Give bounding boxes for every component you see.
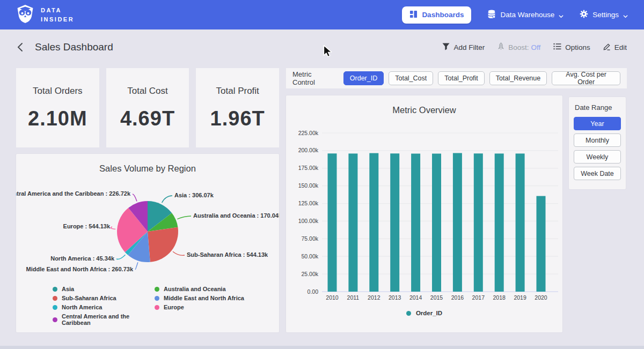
legend-dot — [53, 287, 57, 292]
kpi-label: Total Profit — [216, 86, 259, 96]
x-tick-label: 2019 — [514, 294, 526, 301]
nav-settings-menu[interactable]: Settings — [580, 10, 628, 20]
pie-callout-line — [135, 262, 138, 270]
boost-state: Off — [531, 43, 540, 51]
date-range-option-weekly[interactable]: Weekly — [574, 150, 621, 164]
kpi-value: 2.10M — [28, 107, 87, 130]
y-tick-label: 75.00k — [301, 235, 318, 242]
bar-chart-title: Metric Overview — [286, 95, 562, 115]
x-tick-label: 2012 — [368, 294, 380, 301]
bar-2018[interactable] — [495, 153, 504, 292]
back-button[interactable] — [17, 42, 23, 52]
bar-2013[interactable] — [390, 153, 399, 292]
pie-slice-label: Europe : 544.13k — [63, 223, 111, 229]
legend-label: Europe — [164, 304, 184, 310]
edit-button[interactable]: Edit — [603, 43, 627, 52]
metric-control-bar: Metric Control Order_IDTotal_CostTotal_P… — [286, 68, 627, 88]
pie-slice-label: Australia and Oceania : 170.04k — [193, 212, 279, 219]
pie-slice-label: Central America and the Caribbean : 226.… — [16, 190, 131, 197]
pie-callout-line — [116, 255, 126, 259]
kpi-value: 4.69T — [120, 107, 175, 130]
pie-callout-line — [133, 194, 137, 201]
legend-item-asia[interactable]: Asia — [53, 286, 155, 292]
x-tick-label: 2016 — [451, 294, 464, 301]
pie-chart[interactable]: Asia : 306.07kAustralia and Oceania : 17… — [16, 180, 279, 283]
filter-icon — [442, 43, 450, 52]
bar-2011[interactable] — [348, 153, 357, 292]
x-tick-label: 2018 — [493, 294, 506, 301]
bar-2014[interactable] — [411, 154, 420, 292]
metric-option-total-cost[interactable]: Total_Cost — [389, 71, 433, 85]
boost-toggle[interactable]: Boost: Off — [497, 42, 540, 52]
kpi-card-total-orders[interactable]: Total Orders2.10M — [16, 68, 99, 147]
bar-2015[interactable] — [432, 154, 441, 292]
gear-icon — [580, 10, 588, 20]
legend-dot — [406, 311, 411, 316]
bar-legend: Order_ID — [286, 310, 562, 316]
date-range-option-week-date[interactable]: Week Date — [574, 167, 621, 180]
legend-item-australia-and-oceania[interactable]: Australia and Oceania — [155, 286, 244, 292]
x-tick-label: 2015 — [430, 294, 443, 301]
y-tick-label: 100.00k — [298, 218, 319, 224]
pie-slice-label: Sub-Saharan Africa : 544.13k — [187, 251, 268, 258]
legend-label: Middle East and North Africa — [164, 295, 244, 301]
x-tick-label: 2020 — [535, 294, 547, 301]
brand-logo[interactable]: DATA INSIDER — [16, 4, 74, 26]
page-title: Sales Dashboard — [35, 41, 113, 53]
date-range-option-monthly[interactable]: Monthly — [574, 133, 621, 147]
dashboard-grid-icon — [409, 10, 418, 20]
legend-item-north-america[interactable]: North America — [53, 304, 155, 310]
date-range-option-year[interactable]: Year — [574, 117, 621, 130]
owl-logo-icon — [16, 4, 34, 26]
legend-label: Sub-Saharan Africa — [62, 295, 116, 301]
options-button[interactable]: Options — [553, 43, 590, 51]
pie-callout-line — [111, 227, 115, 229]
top-navbar: DATA INSIDER Dashboards — [0, 0, 644, 29]
metric-control-label: Metric Control — [292, 70, 335, 86]
y-tick-label: 150.00k — [298, 182, 319, 189]
legend-item-central-america-and-the-caribbean[interactable]: Central America and the Caribbean — [53, 313, 155, 326]
nav-dashboards-button[interactable]: Dashboards — [402, 6, 471, 24]
bar-chart[interactable]: 225.00k200.00k175.00k150.00k125.00k100.0… — [286, 121, 562, 306]
legend-item-europe[interactable]: Europe — [155, 304, 244, 310]
bar-chart-card: Metric Overview 225.00k200.00k175.00k150… — [286, 95, 562, 332]
pie-callout-line — [173, 251, 185, 255]
y-tick-label: 25.00k — [301, 271, 318, 277]
kpi-label: Total Orders — [33, 86, 83, 96]
bar-2020[interactable] — [537, 196, 546, 292]
metric-option-order-id[interactable]: Order_ID — [343, 71, 384, 85]
kpi-card-total-cost[interactable]: Total Cost4.69T — [106, 68, 189, 147]
metric-option-total-revenue[interactable]: Total_Revenue — [489, 71, 547, 85]
database-icon — [487, 10, 496, 20]
legend-item-sub-saharan-africa[interactable]: Sub-Saharan Africa — [53, 295, 155, 301]
legend-dot — [155, 287, 159, 292]
bar-2012[interactable] — [369, 153, 378, 292]
nav-data-warehouse-menu[interactable]: Data Warehouse — [487, 10, 564, 20]
bar-2019[interactable] — [516, 153, 525, 292]
chevron-down-icon — [623, 12, 628, 17]
pie-slice-label: Middle East and North Africa : 260.73k — [26, 266, 134, 272]
brand-name: DATA INSIDER — [41, 6, 74, 24]
pie-slice-label: Asia : 306.07k — [174, 192, 214, 198]
legend-label: Asia — [62, 286, 74, 292]
legend-label: Order_ID — [416, 310, 442, 316]
bar-2016[interactable] — [453, 153, 462, 292]
boost-label: Boost: — [508, 43, 529, 51]
metric-option-avg-cost-per-order[interactable]: Avg. Cost per Order — [552, 71, 620, 85]
page-header: Sales Dashboard Add Filter Boost: Off — [0, 29, 644, 65]
pie-slice-sub-saharan-africa[interactable] — [148, 227, 178, 262]
kpi-card-total-profit[interactable]: Total Profit1.96T — [196, 68, 279, 147]
pie-slice-label: North America : 45.34k — [50, 255, 115, 262]
x-tick-label: 2010 — [326, 294, 339, 301]
metric-option-total-profit[interactable]: Total_Profit — [438, 71, 485, 85]
y-tick-label: 50.00k — [301, 253, 318, 259]
pie-legend: AsiaAustralia and OceaniaSub-Saharan Afr… — [53, 286, 244, 326]
bar-2017[interactable] — [474, 153, 483, 292]
legend-item-middle-east-and-north-africa[interactable]: Middle East and North Africa — [155, 295, 244, 301]
legend-dot — [155, 296, 159, 301]
bar-2010[interactable] — [328, 153, 337, 292]
legend-label: Australia and Oceania — [164, 286, 226, 292]
add-filter-button[interactable]: Add Filter — [442, 43, 485, 52]
y-tick-label: 125.00k — [298, 200, 319, 206]
pie-callout-line — [177, 216, 191, 219]
